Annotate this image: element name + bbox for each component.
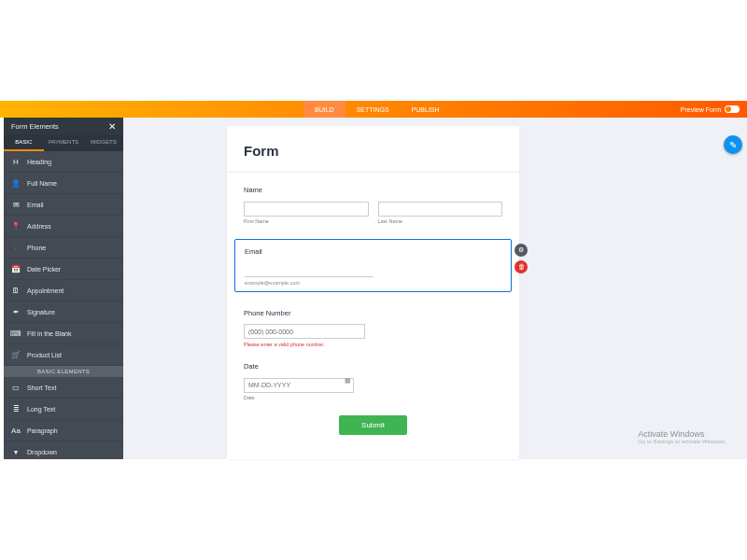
element-label: Appointment xyxy=(27,287,63,294)
last-name-input[interactable] xyxy=(378,202,503,217)
form-title[interactable]: Form xyxy=(227,126,519,173)
first-name-input[interactable] xyxy=(244,202,369,217)
element-label: Heading xyxy=(27,159,51,165)
name-label: Name xyxy=(244,186,502,194)
email-field-selected[interactable]: Email example@example.com ⚙ 🗑 xyxy=(234,239,512,292)
email-hint: example@example.com xyxy=(245,280,501,286)
preview-form-label: Preview Form xyxy=(681,106,721,113)
date-field[interactable]: Date ▦ Date xyxy=(244,362,502,400)
trash-icon: 🗑 xyxy=(518,263,525,270)
short-text-icon: ▭ xyxy=(11,383,21,392)
watermark-title: Activate Windows xyxy=(638,429,726,439)
wand-icon: ✎ xyxy=(729,140,737,150)
date-label: Date xyxy=(244,362,502,371)
element-date-picker[interactable]: 📅Date Picker xyxy=(4,259,123,280)
appointment-icon: 🗓 xyxy=(11,286,21,295)
element-fill-blank[interactable]: ⌨Fill in the Blank xyxy=(4,323,123,344)
section-basic-elements: BASIC ELEMENTS xyxy=(4,366,123,377)
pin-icon: 📍 xyxy=(11,221,21,231)
phone-field[interactable]: Phone Number Please enter a valid phone … xyxy=(244,309,502,348)
form-elements-sidebar: Form Elements ✕ BASIC PAYMENTS WIDGETS H… xyxy=(4,118,123,459)
build-fab[interactable]: ✎ xyxy=(724,135,742,154)
preview-toggle[interactable] xyxy=(725,105,740,113)
submit-button[interactable]: Submit xyxy=(339,415,407,435)
tab-basic[interactable]: BASIC xyxy=(4,134,44,151)
element-dropdown[interactable]: ▾Dropdown xyxy=(4,441,123,463)
sidebar-title: Form Elements xyxy=(11,122,59,131)
element-label: Date Picker xyxy=(27,266,61,273)
keyboard-icon: ⌨ xyxy=(11,329,21,338)
cart-icon: 🛒 xyxy=(11,350,21,359)
element-label: Paragraph xyxy=(27,427,58,434)
email-label: Email xyxy=(245,247,501,256)
phone-icon: 📞 xyxy=(11,243,21,252)
element-label: Fill in the Blank xyxy=(27,330,71,337)
element-short-text[interactable]: ▭Short Text xyxy=(4,377,123,399)
element-label: Address xyxy=(27,223,51,230)
envelope-icon: ✉ xyxy=(11,200,21,209)
element-paragraph[interactable]: AaParagraph xyxy=(4,420,123,441)
paragraph-icon: Aa xyxy=(11,426,21,435)
long-text-icon: ≣ xyxy=(11,404,21,413)
phone-input[interactable] xyxy=(244,324,365,339)
form-card: Form Name First Name Last Name Email exa… xyxy=(227,126,519,459)
element-label: Full Name xyxy=(27,180,57,187)
tab-widgets[interactable]: WIDGETS xyxy=(83,134,123,151)
element-label: Short Text xyxy=(27,385,56,391)
tab-payments[interactable]: PAYMENTS xyxy=(44,134,84,151)
watermark-sub: Go to Settings to activate Windows. xyxy=(638,439,726,444)
pen-icon: ✒ xyxy=(11,307,21,316)
date-sublabel: Date xyxy=(244,395,502,400)
gear-icon: ⚙ xyxy=(518,246,524,254)
nav-settings[interactable]: SETTINGS xyxy=(345,101,401,118)
element-product-list[interactable]: 🛒Product List xyxy=(4,344,123,366)
element-phone[interactable]: 📞Phone xyxy=(4,237,123,259)
windows-watermark: Activate Windows Go to Settings to activ… xyxy=(638,429,726,444)
element-appointment[interactable]: 🗓Appointment xyxy=(4,280,123,301)
element-signature[interactable]: ✒Signature xyxy=(4,301,123,323)
element-address[interactable]: 📍Address xyxy=(4,216,123,237)
element-label: Signature xyxy=(27,309,55,315)
last-name-sublabel: Last Name xyxy=(378,218,503,224)
element-label: Dropdown xyxy=(27,449,57,455)
nav-build[interactable]: BUILD xyxy=(303,101,345,118)
phone-label: Phone Number xyxy=(244,309,502,317)
element-label: Email xyxy=(27,202,44,208)
element-email[interactable]: ✉Email xyxy=(4,194,123,216)
calendar-picker-icon[interactable]: ▦ xyxy=(345,377,351,385)
dropdown-icon: ▾ xyxy=(11,448,21,457)
heading-icon: H xyxy=(11,157,21,166)
nav-publish[interactable]: PUBLISH xyxy=(401,101,451,118)
element-label: Long Text xyxy=(27,406,55,413)
calendar-icon: 📅 xyxy=(11,264,21,273)
email-input[interactable] xyxy=(245,264,374,277)
element-long-text[interactable]: ≣Long Text xyxy=(4,399,123,420)
field-delete-button[interactable]: 🗑 xyxy=(514,260,528,273)
element-heading[interactable]: HHeading xyxy=(4,151,123,173)
top-bar: BUILD SETTINGS PUBLISH Preview Form xyxy=(0,101,747,118)
date-input[interactable] xyxy=(244,378,354,393)
element-label: Phone xyxy=(27,245,46,251)
first-name-sublabel: First Name xyxy=(244,218,369,224)
close-icon[interactable]: ✕ xyxy=(108,121,116,132)
name-field[interactable]: Name First Name Last Name xyxy=(244,186,502,224)
field-settings-button[interactable]: ⚙ xyxy=(514,244,528,257)
element-full-name[interactable]: 👤Full Name xyxy=(4,173,123,194)
person-icon: 👤 xyxy=(11,178,21,188)
element-label: Product List xyxy=(27,352,62,358)
phone-error: Please enter a valid phone number. xyxy=(244,342,502,347)
